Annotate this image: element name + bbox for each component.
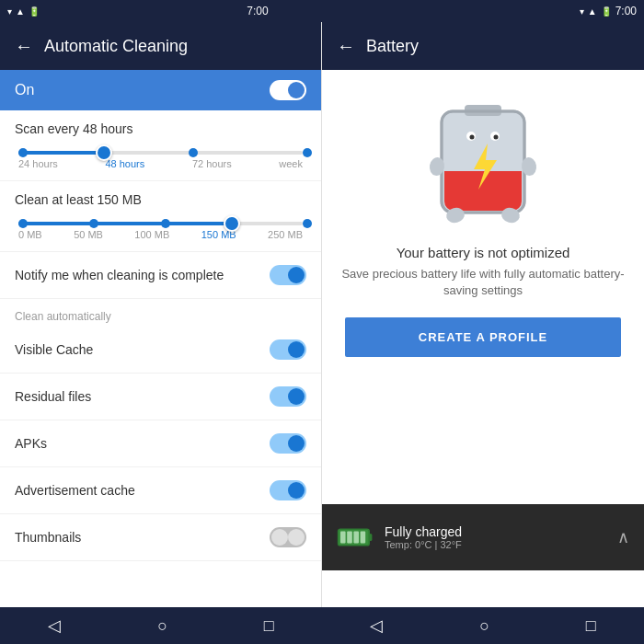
clean-slider-labels: 0 MB 50 MB 100 MB 150 MB 250 MB bbox=[18, 229, 303, 240]
status-bar-left: ▾ ▲ 🔋 bbox=[7, 6, 40, 17]
left-panel: ← Automatic Cleaning On Scan every 48 ho… bbox=[0, 22, 322, 607]
home-nav-icon-right[interactable]: ○ bbox=[479, 616, 489, 636]
notification-sub: Temp: 0°C | 32°F bbox=[385, 539, 606, 550]
clean-dot-0 bbox=[18, 219, 28, 228]
battery-main-text: Your battery is not optimized bbox=[337, 245, 629, 260]
visible-cache-label: Visible Cache bbox=[15, 342, 93, 357]
apks-label: APKs bbox=[15, 436, 47, 451]
right-panel: ← Battery bbox=[322, 22, 644, 607]
status-time-right: 7:00 bbox=[615, 5, 637, 17]
scan-label-3: week bbox=[279, 158, 303, 169]
scan-slider-track[interactable] bbox=[18, 151, 303, 155]
left-scroll-area: Scan every 48 hours 24 hours 48 hours bbox=[0, 110, 321, 607]
notify-label: Notify me when cleaning is complete bbox=[15, 268, 224, 282]
on-label: On bbox=[15, 82, 34, 98]
signal-icon-right: ▲ bbox=[588, 6, 597, 17]
clean-label-1: 50 MB bbox=[74, 229, 103, 240]
svg-point-12 bbox=[470, 135, 475, 140]
wifi-icon-left: ▾ bbox=[7, 6, 12, 17]
left-header-bar: ← Automatic Cleaning bbox=[0, 22, 321, 70]
clean-slider-container: 0 MB 50 MB 100 MB 150 MB 250 MB bbox=[15, 222, 306, 240]
nav-bar-left: ◁ ○ □ bbox=[0, 615, 322, 636]
main-content: ← Automatic Cleaning On Scan every 48 ho… bbox=[0, 22, 644, 607]
back-nav-icon-right[interactable]: ◁ bbox=[370, 615, 383, 636]
scan-label-2: 72 hours bbox=[192, 158, 232, 169]
scan-dot-0 bbox=[18, 148, 28, 157]
thumbnails-row: Thumbnails .toggle-gray-left::after { ri… bbox=[0, 514, 321, 561]
create-profile-button[interactable]: CREATE A PROFILE bbox=[345, 317, 621, 357]
auto-clean-header: Clean automatically bbox=[0, 299, 321, 327]
clean-slider-track[interactable] bbox=[18, 222, 303, 225]
home-nav-icon-left[interactable]: ○ bbox=[157, 616, 167, 636]
notification-chevron[interactable]: ∧ bbox=[617, 527, 629, 547]
battery-sub-text: Save precious battery life with fully au… bbox=[337, 266, 629, 299]
notification-bar[interactable]: Fully charged Temp: 0°C | 32°F ∧ bbox=[322, 504, 644, 570]
wifi-icon-right: ▾ bbox=[580, 6, 584, 17]
svg-rect-15 bbox=[369, 534, 372, 541]
left-header-title: Automatic Cleaning bbox=[44, 37, 188, 56]
nav-bar-right: ◁ ○ □ bbox=[322, 615, 644, 636]
thumbnails-toggle[interactable]: .toggle-gray-left::after { right: auto; … bbox=[270, 527, 306, 547]
svg-rect-19 bbox=[361, 532, 366, 544]
battery-text-block: Your battery is not optimized Save preci… bbox=[337, 245, 629, 299]
right-back-button[interactable]: ← bbox=[337, 36, 355, 57]
battery-icon-right: 🔋 bbox=[601, 6, 612, 17]
right-header-bar: ← Battery bbox=[322, 22, 644, 70]
ad-cache-toggle[interactable] bbox=[270, 480, 306, 500]
ad-cache-row: Advertisement cache bbox=[0, 467, 321, 514]
scan-label-0: 24 hours bbox=[18, 158, 58, 169]
svg-rect-18 bbox=[353, 532, 359, 544]
clean-dot-2 bbox=[161, 219, 170, 228]
on-toggle-switch[interactable] bbox=[270, 80, 306, 100]
residual-files-row: Residual files bbox=[0, 374, 321, 420]
clean-label-2: 100 MB bbox=[134, 229, 169, 240]
scan-slider-labels: 24 hours 48 hours 72 hours week bbox=[18, 158, 303, 169]
residual-files-toggle[interactable] bbox=[270, 386, 306, 407]
scan-section: Scan every 48 hours 24 hours 48 hours bbox=[0, 110, 321, 181]
clean-slider-thumb[interactable] bbox=[224, 215, 240, 232]
visible-cache-toggle[interactable] bbox=[270, 339, 306, 360]
thumbnails-label: Thumbnails bbox=[15, 530, 81, 545]
scan-slider-thumb[interactable] bbox=[96, 144, 112, 161]
battery-illustration bbox=[428, 98, 538, 226]
svg-point-13 bbox=[494, 135, 499, 140]
left-back-button[interactable]: ← bbox=[15, 36, 33, 57]
signal-icon-left: ▲ bbox=[16, 6, 25, 17]
residual-files-label: Residual files bbox=[15, 389, 91, 404]
apks-toggle[interactable] bbox=[270, 433, 306, 454]
scan-dot-3 bbox=[303, 148, 312, 157]
notify-toggle[interactable] bbox=[270, 265, 306, 285]
svg-rect-17 bbox=[347, 532, 352, 544]
notify-setting-row: Notify me when cleaning is complete bbox=[0, 252, 321, 299]
recents-nav-icon-left[interactable]: □ bbox=[264, 616, 274, 636]
scan-slider-container: 24 hours 48 hours 72 hours week bbox=[15, 151, 306, 169]
clean-title: Clean at least 150 MB bbox=[15, 192, 306, 207]
right-header-title: Battery bbox=[366, 37, 419, 56]
scan-dot-2 bbox=[189, 148, 198, 157]
status-bar: ▾ ▲ 🔋 7:00 ▾ ▲ 🔋 7:00 bbox=[0, 0, 644, 22]
battery-icon-left: 🔋 bbox=[29, 6, 40, 17]
clean-section: Clean at least 150 MB 0 MB 50 MB 100 MB bbox=[0, 181, 321, 252]
visible-cache-row: Visible Cache bbox=[0, 327, 321, 374]
ad-cache-label: Advertisement cache bbox=[15, 483, 135, 498]
apks-row: APKs bbox=[0, 420, 321, 467]
notification-title: Fully charged bbox=[385, 524, 606, 539]
svg-rect-16 bbox=[340, 532, 346, 544]
clean-dot-1 bbox=[89, 219, 98, 228]
recents-nav-icon-right[interactable]: □ bbox=[586, 616, 596, 636]
status-time-left: 7:00 bbox=[247, 5, 268, 17]
clean-label-0: 0 MB bbox=[18, 229, 42, 240]
clean-label-4: 250 MB bbox=[268, 229, 303, 240]
nav-bar: ◁ ○ □ ◁ ○ □ bbox=[0, 607, 644, 644]
clean-slider-fill bbox=[18, 222, 232, 225]
notification-text-block: Fully charged Temp: 0°C | 32°F bbox=[385, 524, 606, 550]
on-toggle-bar[interactable]: On bbox=[0, 70, 321, 110]
scan-slider-fill bbox=[18, 151, 104, 155]
scan-label-1: 48 hours bbox=[105, 158, 144, 169]
back-nav-icon-left[interactable]: ◁ bbox=[48, 615, 61, 636]
battery-charged-icon bbox=[337, 524, 374, 550]
clean-dot-4 bbox=[303, 219, 312, 228]
scan-title: Scan every 48 hours bbox=[15, 121, 306, 136]
